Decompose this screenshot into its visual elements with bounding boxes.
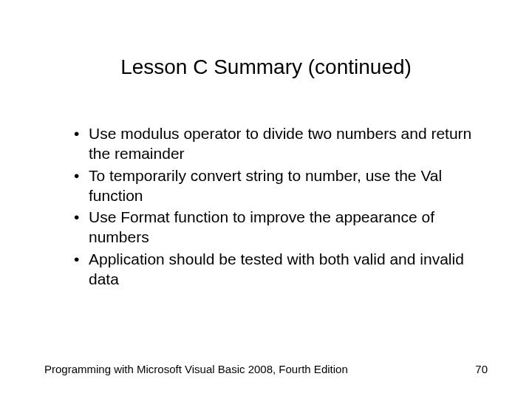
list-item: Use modulus operator to divide two numbe…	[74, 123, 488, 164]
list-item: Use Format function to improve the appea…	[74, 207, 488, 248]
list-item: To temporarily convert string to number,…	[74, 166, 488, 206]
page-number: 70	[475, 363, 488, 375]
slide-title: Lesson C Summary (continued)	[44, 55, 488, 79]
footer: Programming with Microsoft Visual Basic …	[44, 363, 488, 375]
list-item: Application should be tested with both v…	[74, 249, 488, 290]
footer-text: Programming with Microsoft Visual Basic …	[44, 363, 348, 375]
bullet-list: Use modulus operator to divide two numbe…	[44, 123, 488, 289]
